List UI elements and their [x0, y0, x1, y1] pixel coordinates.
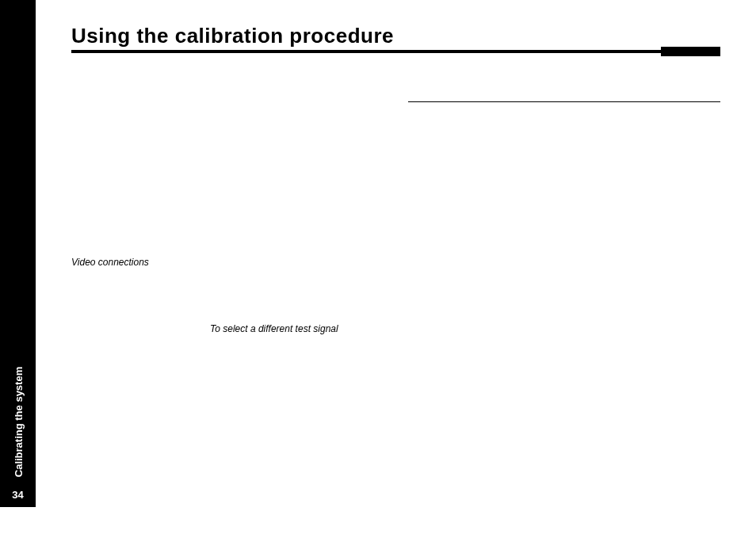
page-number: 34: [0, 489, 36, 501]
caption-select-signal: To select a different test signal: [210, 323, 338, 334]
document-page: Calibrating the system 34 Using the cali…: [0, 0, 756, 534]
side-rail-bottom: Calibrating the system 34: [0, 333, 36, 507]
page-content: Using the calibration procedure Video co…: [36, 0, 756, 534]
section-rule: [408, 101, 720, 102]
chapter-label: Calibrating the system: [12, 367, 24, 477]
side-rail: Calibrating the system 34: [0, 0, 36, 507]
title-underline: [71, 50, 720, 53]
title-underline-accent: [661, 47, 720, 56]
page-title: Using the calibration procedure: [71, 24, 394, 48]
caption-video-connections: Video connections: [71, 257, 149, 268]
